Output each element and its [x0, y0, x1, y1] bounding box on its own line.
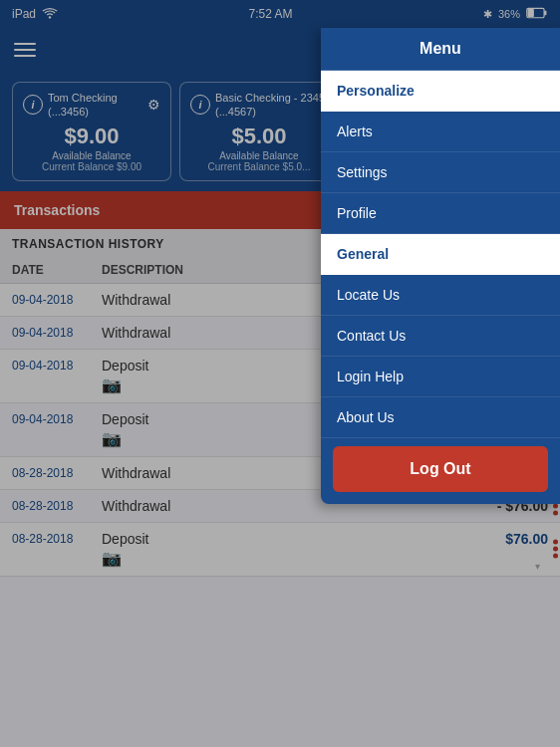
menu-title: Menu [321, 28, 560, 71]
logout-button[interactable]: Log Out [333, 446, 548, 492]
menu-item-locate[interactable]: Locate Us [321, 275, 560, 316]
menu-item-about[interactable]: About Us [321, 397, 560, 438]
menu-item-contact[interactable]: Contact Us [321, 316, 560, 357]
menu-section-general[interactable]: General [321, 234, 560, 275]
menu-item-profile[interactable]: Profile [321, 193, 560, 234]
menu-item-personalize[interactable]: Personalize [321, 71, 560, 112]
menu-dropdown: Menu Personalize Alerts Settings Profile… [321, 28, 560, 504]
menu-item-settings[interactable]: Settings [321, 152, 560, 193]
menu-item-alerts[interactable]: Alerts [321, 112, 560, 152]
menu-item-login-help[interactable]: Login Help [321, 357, 560, 397]
